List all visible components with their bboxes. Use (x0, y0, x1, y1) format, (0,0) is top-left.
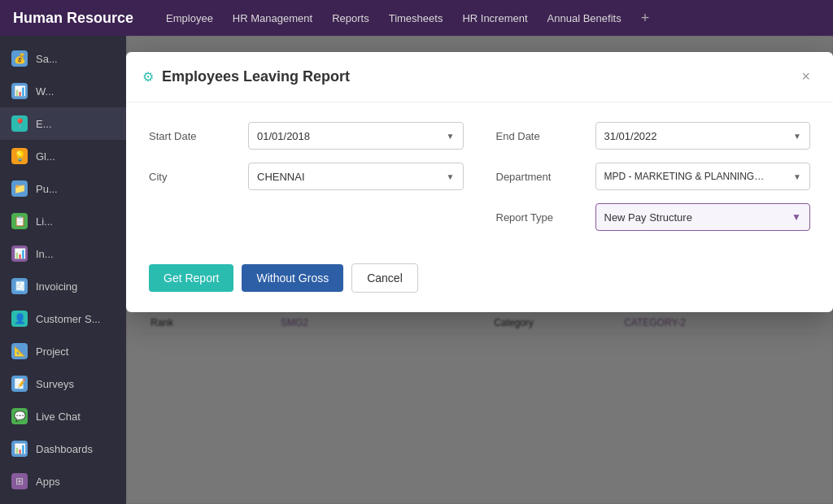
end-date-arrow-icon: ▼ (793, 132, 801, 141)
sidebar-item-gl[interactable]: 💡 Gl... (0, 140, 126, 172)
sidebar-item-project[interactable]: 📐 Project (0, 335, 126, 367)
nav-timesheets[interactable]: Timesheets (389, 12, 443, 24)
modal-header: ⚙ Employees Leaving Report × (126, 52, 833, 102)
form-grid: Start Date 01/01/2018 ▼ City CHENN (149, 122, 810, 231)
customer-icon: 👤 (11, 311, 28, 327)
sidebar-item-pu[interactable]: 📁 Pu... (0, 172, 126, 205)
surveys-icon: 📝 (11, 376, 28, 392)
modal-close-button[interactable]: × (795, 65, 817, 89)
start-date-picker[interactable]: 01/01/2018 ▼ (248, 122, 464, 150)
cancel-button[interactable]: Cancel (351, 263, 418, 293)
start-date-label: Start Date (149, 130, 238, 142)
nav-employee[interactable]: Employee (166, 12, 213, 24)
department-picker[interactable]: MPD - MARKETING & PLANNING / COMMON ▼ (595, 163, 811, 190)
li-icon: 📋 (11, 213, 28, 229)
modal-body: Start Date 01/01/2018 ▼ City CHENN (126, 102, 833, 250)
sidebar-item-employees[interactable]: 📍 E... (0, 107, 126, 140)
form-left-column: Start Date 01/01/2018 ▼ City CHENN (149, 122, 464, 231)
sidebar-item-surveys[interactable]: 📝 Surveys (0, 367, 126, 400)
sidebar-item-customer[interactable]: 👤 Customer S... (0, 302, 126, 335)
department-value: MPD - MARKETING & PLANNING / COMMON (604, 171, 767, 182)
sidebar-item-in[interactable]: 📊 In... (0, 237, 126, 270)
pu-icon: 📁 (11, 180, 28, 197)
sidebar-item-label: Customer S... (36, 313, 100, 325)
city-label: City (149, 171, 238, 183)
nav-annual-benefits[interactable]: Annual Benefits (547, 12, 621, 24)
sidebar-item-label: Apps (36, 476, 60, 488)
sidebar-item-invoicing[interactable]: 🧾 Invoicing (0, 270, 126, 302)
sidebar-item-salary[interactable]: 💰 Sa... (0, 42, 126, 75)
city-arrow-icon: ▼ (447, 172, 455, 181)
top-navigation: Human Resource Employee HR Management Re… (0, 0, 833, 36)
sidebar-item-label: Dashboards (36, 443, 93, 455)
modal-title-area: ⚙ Employees Leaving Report (142, 68, 350, 85)
city-value: CHENNAI (257, 171, 305, 183)
sidebar-item-label: Gl... (36, 150, 55, 163)
report-type-select[interactable]: New Pay Structure ▼ (595, 203, 811, 231)
apps-icon: ⊞ (11, 473, 28, 489)
modal-icon: ⚙ (142, 69, 154, 85)
nav-hr-increment[interactable]: HR Increment (462, 12, 527, 24)
sidebar-item-label: W... (36, 85, 54, 98)
sidebar-item-label: Sa... (36, 53, 58, 65)
department-label: Department (496, 171, 586, 183)
start-date-row: Start Date 01/01/2018 ▼ (149, 122, 464, 150)
nav-hr-management[interactable]: HR Management (233, 12, 312, 24)
sidebar-item-label: Surveys (36, 378, 74, 390)
sidebar-item-apps[interactable]: ⊞ Apps (0, 465, 126, 497)
content-area: ‹ › Draft Reference SLIP/40/70 Structure… (126, 36, 833, 504)
sidebar-item-label: In... (36, 248, 54, 260)
sidebar-item-label: Live Chat (36, 411, 81, 423)
gl-icon: 💡 (11, 148, 28, 164)
end-date-value: 31/01/2022 (604, 130, 657, 142)
department-row: Department MPD - MARKETING & PLANNING / … (496, 163, 811, 190)
sidebar-item-settings[interactable]: ⚙ Settings (0, 497, 126, 504)
sidebar-item-label: Invoicing (36, 280, 77, 293)
end-date-picker[interactable]: 31/01/2022 ▼ (595, 122, 811, 150)
modal-overlay: ⚙ Employees Leaving Report × Start Date (126, 36, 833, 504)
dashboards-icon: 📊 (11, 441, 28, 457)
report-type-arrow-icon: ▼ (792, 211, 801, 223)
end-date-row: End Date 31/01/2022 ▼ (496, 122, 811, 150)
report-type-value: New Pay Structure (604, 211, 692, 224)
main-layout: 💰 Sa... 📊 W... 📍 E... 💡 Gl... 📁 Pu... 📋 … (0, 36, 833, 504)
modal-title: Employees Leaving Report (162, 68, 350, 85)
sidebar-item-label: E... (36, 118, 52, 130)
start-date-arrow-icon: ▼ (447, 132, 455, 141)
sidebar-item-label: Pu... (36, 183, 58, 195)
without-gross-button[interactable]: Without Gross (242, 264, 343, 292)
sidebar-item-livechat[interactable]: 💬 Live Chat (0, 400, 126, 432)
report-type-label: Report Type (496, 211, 586, 224)
sidebar-item-label: Li... (36, 215, 53, 228)
modal-footer: Get Report Without Gross Cancel (126, 250, 833, 312)
in-icon: 📊 (11, 245, 28, 262)
end-date-label: End Date (496, 130, 586, 142)
sidebar-item-label: Project (36, 345, 68, 358)
app-brand: Human Resource (13, 10, 133, 27)
salary-icon: 💰 (11, 50, 28, 67)
nav-reports[interactable]: Reports (332, 12, 369, 24)
sidebar: 💰 Sa... 📊 W... 📍 E... 💡 Gl... 📁 Pu... 📋 … (0, 36, 126, 504)
w-icon: 📊 (11, 83, 28, 99)
city-picker[interactable]: CHENNAI ▼ (248, 163, 464, 190)
employees-icon: 📍 (11, 115, 28, 132)
city-row: City CHENNAI ▼ (149, 163, 464, 190)
department-arrow-icon: ▼ (793, 172, 801, 181)
employees-leaving-report-modal: ⚙ Employees Leaving Report × Start Date (126, 52, 833, 312)
start-date-value: 01/01/2018 (257, 130, 310, 142)
sidebar-item-dashboards[interactable]: 📊 Dashboards (0, 432, 126, 465)
project-icon: 📐 (11, 343, 28, 359)
get-report-button[interactable]: Get Report (149, 264, 233, 292)
report-type-row: Report Type New Pay Structure ▼ (496, 203, 811, 231)
livechat-icon: 💬 (11, 408, 28, 424)
invoicing-icon: 🧾 (11, 278, 28, 294)
nav-add-icon[interactable]: + (641, 10, 650, 27)
sidebar-item-w[interactable]: 📊 W... (0, 75, 126, 107)
form-right-column: End Date 31/01/2022 ▼ Department M (496, 122, 811, 231)
sidebar-item-li[interactable]: 📋 Li... (0, 205, 126, 237)
